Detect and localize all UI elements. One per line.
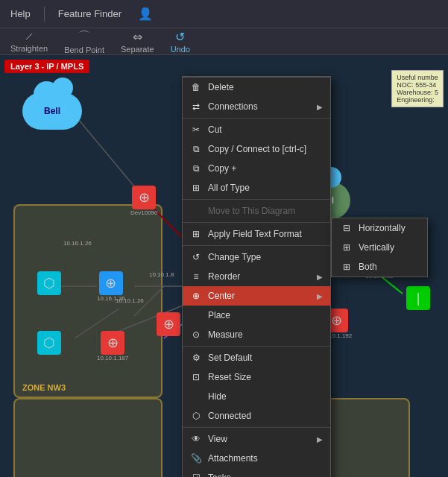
undo-button[interactable]: ↺ Undo (165, 28, 196, 55)
ctx-change-type-label: Change Type (208, 252, 323, 262)
router-node-4[interactable]: ⊕ (157, 312, 180, 336)
ip-label-2: 10.10.1.26 (116, 297, 144, 304)
feature-finder-button[interactable]: Feature Finder (54, 7, 126, 21)
ctx-move-diagram-label: Move to This Diagram (208, 206, 323, 216)
center-submenu[interactable]: ⊟ Horizontally ⊞ Vertically ⊞ Both (331, 218, 428, 277)
ctx-place-label: Place (208, 310, 323, 320)
view-icon: 👁 (190, 434, 202, 444)
horizontally-icon: ⊟ (341, 223, 353, 233)
ctx-copy-connect[interactable]: ⧉ Copy / Connect to [ctrl-c] (183, 139, 330, 159)
connections-arrow: ▶ (317, 103, 323, 111)
switch-node-4[interactable]: | (406, 286, 430, 310)
bell-cloud[interactable]: Bell (22, 92, 82, 130)
ip-label-3: 10.10.1.8 (149, 271, 174, 278)
ctx-connections[interactable]: ⇄ Connections ▶ (183, 97, 330, 116)
center-icon: ⊕ (190, 291, 202, 301)
ctx-measure-label: Measure (208, 329, 323, 340)
ctx-connected-label: Connected (208, 411, 323, 421)
ctx-reset-size-label: Reset Size (208, 372, 323, 382)
straighten-button[interactable]: ⟋ Straighten (4, 28, 54, 54)
ctx-tasks-label: Tasks (208, 473, 323, 477)
info-box: Useful numbe NOC: 555-34 Warehouse: 5 En… (391, 70, 444, 107)
ctx-change-type[interactable]: ↺ Change Type (183, 247, 330, 267)
both-icon: ⊞ (341, 262, 353, 272)
bell-label: Bell (44, 106, 60, 116)
ctx-connected[interactable]: ⬡ Connected (183, 406, 330, 426)
change-type-icon: ↺ (190, 252, 202, 262)
ctx-set-default[interactable]: ⚙ Set Default (183, 348, 330, 367)
map-area[interactable]: Layer 3 - IP / MPLS Useful numbe NOC: 55… (0, 55, 448, 477)
copy-plus-icon: ⧉ (190, 163, 202, 174)
vertically-icon: ⊞ (341, 242, 353, 253)
sub-vertically[interactable]: ⊞ Vertically (332, 238, 427, 257)
ctx-set-default-label: Set Default (208, 353, 323, 363)
ctx-reorder-label: Reorder (208, 271, 311, 282)
center-arrow: ▶ (317, 292, 323, 300)
view-arrow: ▶ (317, 435, 323, 443)
switch-icon-2: ⬡ (37, 331, 61, 355)
sep6 (183, 427, 330, 428)
sep3 (183, 222, 330, 223)
all-of-type-icon: ⊞ (190, 183, 202, 193)
sub-vertically-label: Vertically (359, 242, 394, 253)
ctx-hide[interactable]: Hide (183, 387, 330, 406)
context-menu[interactable]: 🗑 Delete ⇄ Connections ▶ ✂ Cut ⧉ Copy / … (182, 76, 331, 477)
info-line3: Warehouse: 5 (397, 89, 438, 96)
separate-button[interactable]: ⇔ Separate (115, 28, 160, 55)
ctx-tasks[interactable]: ☑ Tasks (183, 468, 330, 477)
router-icon-4: ⊕ (157, 312, 180, 336)
ctx-copy-plus[interactable]: ⧉ Copy + (183, 159, 330, 178)
info-line2: NOC: 555-34 (397, 81, 438, 89)
separator-1 (44, 7, 45, 22)
ctx-reset-size[interactable]: ⊡ Reset Size (183, 367, 330, 387)
sep2 (183, 199, 330, 200)
ctx-hide-label: Hide (208, 391, 323, 402)
ctx-attachments[interactable]: 📎 Attachments (183, 449, 330, 468)
ctx-move-diagram: Move to This Diagram (183, 201, 330, 221)
sub-both[interactable]: ⊞ Both (332, 257, 427, 277)
switch-node-2[interactable]: ⬡ (37, 331, 61, 355)
ctx-delete[interactable]: 🗑 Delete (183, 78, 330, 97)
bend-point-button[interactable]: ⌒ Bend Point (58, 28, 110, 56)
ctx-center[interactable]: ⊕ Center ▶ (183, 286, 330, 306)
switch-node-1[interactable]: ⬡ (37, 271, 61, 295)
info-line4: Engineering: (397, 96, 438, 104)
ctx-center-label: Center (208, 291, 311, 301)
ctx-all-of-type[interactable]: ⊞ All of Type (183, 178, 330, 198)
reset-size-icon: ⊡ (190, 372, 202, 382)
copy-connect-icon: ⧉ (190, 144, 202, 154)
delete-icon: 🗑 (190, 82, 202, 92)
apply-field-icon: ⊞ (190, 229, 202, 239)
help-button[interactable]: Help (6, 7, 35, 21)
straighten-icon: ⟋ (23, 30, 35, 43)
switch-icon-1: ⬡ (37, 271, 61, 295)
router-icon-3: ⊕ (101, 331, 124, 355)
router-node-1[interactable]: ⊕ Dev10090 (130, 186, 157, 216)
reorder-arrow: ▶ (317, 273, 323, 281)
undo-icon: ↺ (175, 30, 185, 44)
ip-label-1: 10.16.1.26 (63, 240, 92, 247)
tasks-icon: ☑ (190, 473, 202, 477)
ctx-view[interactable]: 👁 View ▶ (183, 429, 330, 449)
ctx-cut[interactable]: ✂ Cut (183, 120, 330, 139)
layer-badge: Layer 3 - IP / MPLS (4, 60, 89, 73)
sub-horizontally[interactable]: ⊟ Horizontally (332, 218, 427, 238)
measure-icon: ⊙ (190, 329, 202, 340)
ctx-all-of-type-label: All of Type (208, 183, 323, 193)
main-toolbar: Help Feature Finder 👤 (0, 0, 448, 28)
ctx-copy-connect-label: Copy / Connect to [ctrl-c] (208, 144, 323, 154)
ctx-apply-field[interactable]: ⊞ Apply Field Text Format (183, 224, 330, 244)
switch-icon-4: | (406, 286, 430, 310)
user-icon-button[interactable]: 👤 (135, 5, 156, 22)
ctx-place[interactable]: Place (183, 306, 330, 325)
ctx-reorder[interactable]: ≡ Reorder ▶ (183, 267, 330, 286)
ctx-cut-label: Cut (208, 124, 323, 135)
ctx-attachments-label: Attachments (208, 453, 323, 464)
connected-icon: ⬡ (190, 411, 202, 421)
info-line1: Useful numbe (397, 74, 438, 81)
router-node-3[interactable]: ⊕ 10.10.1.187 (97, 331, 128, 361)
ctx-measure[interactable]: ⊙ Measure (183, 325, 330, 344)
router-icon-1: ⊕ (132, 186, 156, 209)
zone-sw4: ZONE SW4 (13, 398, 163, 477)
ctx-delete-label: Delete (208, 82, 323, 92)
